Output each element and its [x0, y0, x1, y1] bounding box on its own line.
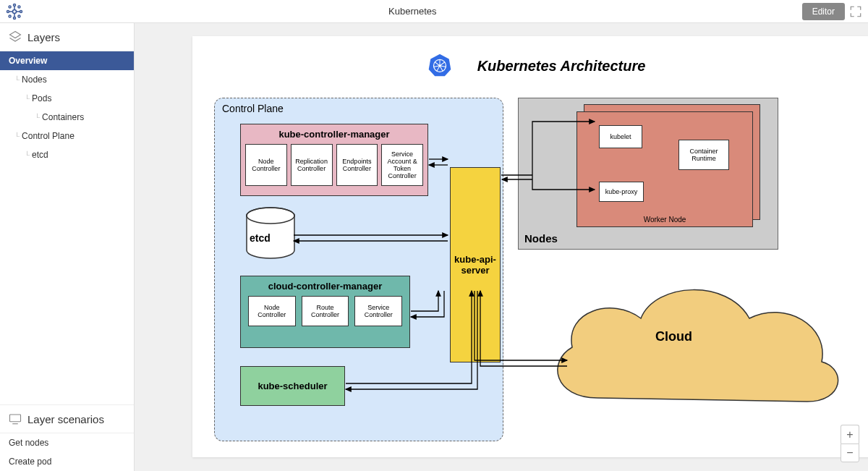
svg-point-2 — [14, 17, 16, 19]
scenarios-header: Layer scenarios — [0, 405, 134, 433]
kcm-endpoints-controller: Endpoints Controller — [336, 144, 378, 186]
svg-point-6 — [18, 14, 20, 17]
svg-marker-13 — [10, 32, 21, 38]
svg-point-3 — [7, 10, 9, 12]
tree-item-overview[interactable]: Overview — [0, 51, 134, 70]
control-plane-box: Control Plane kube-controller-manager No… — [214, 98, 503, 441]
scenario-get-nodes[interactable]: Get nodes — [0, 433, 134, 452]
kcm-node-controller: Node Controller — [245, 144, 287, 186]
nodes-label: Nodes — [524, 232, 558, 245]
sidebar: Layers Overview └Nodes └Pods └Containers… — [0, 23, 135, 471]
scenario-create-pod[interactable]: Create pod — [0, 452, 134, 471]
kcm-label: kube-controller-manager — [241, 124, 427, 144]
worker-node-label: Worker Node — [577, 216, 752, 224]
svg-point-0 — [13, 9, 17, 13]
scenarios-section: Layer scenarios Get nodes Create pod — [0, 404, 134, 471]
container-runtime-box: Container Runtime — [678, 140, 729, 170]
svg-rect-14 — [10, 415, 21, 422]
fullscreen-icon[interactable] — [849, 5, 862, 18]
ccm-service-controller: Service Controller — [354, 296, 402, 326]
app-logo-icon — [6, 3, 23, 20]
canvas[interactable]: Kubernetes Architecture Control Plane ku… — [135, 23, 868, 471]
svg-point-8 — [18, 6, 20, 8]
ccm-route-controller: Route Controller — [302, 296, 349, 326]
layers-label: Layers — [27, 31, 60, 43]
monitor-icon — [9, 412, 22, 425]
nodes-box: Nodes Worker Node kubelet Container Runt… — [518, 98, 778, 250]
tree-item-control-plane[interactable]: └Control Plane — [0, 127, 134, 145]
kube-controller-manager-box: kube-controller-manager Node Controller … — [240, 124, 428, 196]
layers-icon — [9, 30, 22, 43]
tree-item-pods[interactable]: └Pods — [0, 89, 134, 108]
scenarios-label: Layer scenarios — [27, 413, 104, 425]
kube-proxy-box: kube-proxy — [599, 182, 644, 202]
main: Layers Overview └Nodes └Pods └Containers… — [0, 23, 868, 471]
svg-point-7 — [9, 14, 11, 17]
cloud-label: Cloud — [655, 329, 692, 344]
tree-item-containers[interactable]: └Containers — [0, 108, 134, 127]
kube-scheduler-box: kube-scheduler — [240, 366, 345, 406]
worker-node-box: Worker Node kubelet Container Runtime ku… — [576, 111, 753, 227]
kcm-service-account-controller: Service Account & Token Controller — [381, 144, 423, 186]
kube-api-server-box: kube-api-server — [450, 167, 501, 362]
kcm-replication-controller: Replication Controller — [291, 144, 333, 186]
zoom-out-button[interactable]: − — [841, 444, 859, 462]
tree-item-etcd[interactable]: └etcd — [0, 145, 134, 164]
layers-header: Layers — [0, 23, 134, 51]
tree-item-nodes[interactable]: └Nodes — [0, 70, 134, 89]
control-plane-label: Control Plane — [222, 103, 284, 114]
svg-point-5 — [9, 6, 11, 8]
diagram: Kubernetes Architecture Control Plane ku… — [192, 36, 868, 457]
zoom-in-button[interactable]: + — [841, 425, 859, 444]
topbar: Kubernetes Editor — [0, 0, 868, 23]
svg-point-1 — [14, 4, 16, 6]
svg-point-4 — [20, 10, 22, 12]
diagram-title: Kubernetes Architecture — [192, 58, 868, 75]
ccm-node-controller: Node Controller — [248, 296, 296, 326]
etcd-label: etcd — [250, 232, 271, 244]
page-title: Kubernetes — [23, 6, 802, 17]
editor-button[interactable]: Editor — [802, 3, 845, 20]
ccm-label: cloud-controller-manager — [241, 276, 409, 296]
kubelet-box: kubelet — [599, 125, 642, 148]
zoom-controls: + − — [841, 425, 859, 462]
cloud-shape-icon — [540, 260, 851, 427]
cloud-controller-manager-box: cloud-controller-manager Node Controller… — [240, 276, 410, 348]
